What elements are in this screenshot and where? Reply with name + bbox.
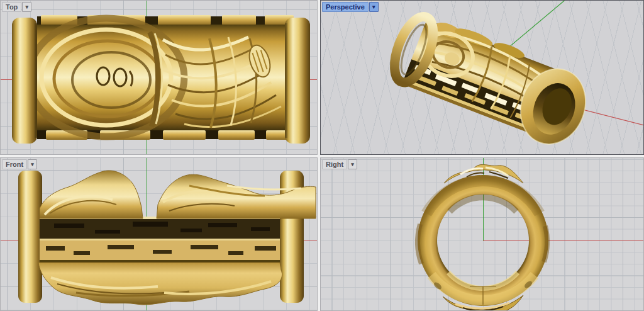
viewport-label-perspective: Perspective ▾ (322, 2, 379, 12)
chevron-down-icon[interactable]: ▾ (348, 159, 357, 169)
viewport-perspective[interactable]: Perspective ▾ (320, 0, 644, 155)
chevron-down-icon[interactable]: ▾ (369, 2, 379, 12)
viewport-front[interactable]: Front ▾ (0, 157, 318, 311)
gold-bead-model-front[interactable] (18, 171, 316, 305)
top-view-canvas (1, 1, 317, 154)
chevron-down-icon[interactable]: ▾ (22, 2, 31, 12)
viewport-title-top[interactable]: Top (2, 2, 21, 12)
viewport-title-right[interactable]: Right (322, 159, 347, 169)
viewport-right[interactable]: Right ▾ (320, 157, 644, 311)
front-view-canvas (1, 158, 317, 310)
viewport-top[interactable]: Top ▾ (0, 0, 318, 155)
chevron-down-icon[interactable]: ▾ (28, 159, 37, 169)
cad-four-viewport-workspace: Top ▾ (0, 0, 644, 311)
viewport-title-front[interactable]: Front (2, 159, 27, 169)
perspective-view-canvas (321, 1, 643, 154)
gold-bead-model-top[interactable] (12, 15, 310, 144)
gold-bead-model-perspective[interactable] (384, 8, 597, 154)
right-view-canvas (321, 158, 643, 310)
viewport-label-top: Top ▾ (2, 2, 31, 12)
viewport-label-right: Right ▾ (322, 159, 357, 169)
viewport-title-perspective[interactable]: Perspective (322, 2, 369, 12)
viewport-label-front: Front ▾ (2, 159, 37, 169)
